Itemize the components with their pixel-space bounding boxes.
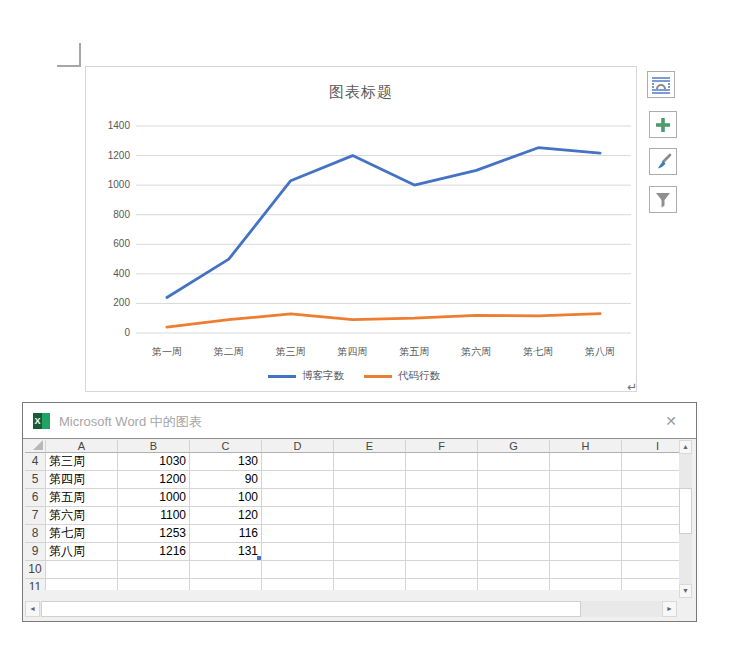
cell-H6[interactable]: [550, 489, 622, 507]
cell-I10[interactable]: [622, 561, 680, 579]
cell-H8[interactable]: [550, 525, 622, 543]
cell-A5[interactable]: 第四周: [46, 471, 118, 489]
cell-D11[interactable]: [262, 579, 334, 590]
cell-B10[interactable]: [118, 561, 190, 579]
cell-D9[interactable]: [262, 543, 334, 561]
cell-F4[interactable]: [406, 453, 478, 471]
cell-B6[interactable]: 1000: [118, 489, 190, 507]
cell-C8[interactable]: 116: [190, 525, 262, 543]
cell-D8[interactable]: [262, 525, 334, 543]
horizontal-scrollbar[interactable]: ◄ ►: [25, 601, 677, 617]
cell-H5[interactable]: [550, 471, 622, 489]
vertical-scrollbar[interactable]: ▲ ▼: [679, 440, 692, 598]
cell-B11[interactable]: [118, 579, 190, 590]
cell-A4[interactable]: 第三周: [46, 453, 118, 471]
scroll-right-button[interactable]: ►: [662, 601, 677, 617]
cell-B9[interactable]: 1216: [118, 543, 190, 561]
cell-F9[interactable]: [406, 543, 478, 561]
row-header-5[interactable]: 5: [25, 471, 46, 489]
cell-A10[interactable]: [46, 561, 118, 579]
cell-E10[interactable]: [334, 561, 406, 579]
cell-H4[interactable]: [550, 453, 622, 471]
cell-F11[interactable]: [406, 579, 478, 590]
cell-C5[interactable]: 90: [190, 471, 262, 489]
vertical-scroll-thumb[interactable]: [679, 488, 692, 534]
close-icon[interactable]: ✕: [660, 411, 682, 431]
row-header-7[interactable]: 7: [25, 507, 46, 525]
column-header-H[interactable]: H: [550, 440, 622, 453]
chart-object[interactable]: 图表标题 1400120010008006004002000 第一周第二周第三周…: [85, 66, 637, 392]
cell-F10[interactable]: [406, 561, 478, 579]
cell-A11[interactable]: [46, 579, 118, 590]
cell-C11[interactable]: [190, 579, 262, 590]
scroll-up-button[interactable]: ▲: [679, 440, 692, 454]
cell-D10[interactable]: [262, 561, 334, 579]
cell-D4[interactable]: [262, 453, 334, 471]
cell-D6[interactable]: [262, 489, 334, 507]
cell-H9[interactable]: [550, 543, 622, 561]
layout-options-button[interactable]: [647, 71, 675, 98]
horizontal-scroll-thumb[interactable]: [41, 601, 581, 617]
cell-F8[interactable]: [406, 525, 478, 543]
cell-E6[interactable]: [334, 489, 406, 507]
cell-G8[interactable]: [478, 525, 550, 543]
cell-C9[interactable]: 131: [190, 543, 262, 561]
column-header-B[interactable]: B: [118, 440, 190, 453]
series-line-2[interactable]: [167, 314, 600, 328]
chart-filter-button[interactable]: [649, 186, 677, 213]
cell-D5[interactable]: [262, 471, 334, 489]
chart-style-button[interactable]: [649, 148, 677, 175]
cell-B7[interactable]: 1100: [118, 507, 190, 525]
cell-B4[interactable]: 1030: [118, 453, 190, 471]
sheet-grid[interactable]: ABCDEFGHI4第三周10301305第四周1200906第五周100010…: [25, 440, 680, 590]
cell-I6[interactable]: [622, 489, 680, 507]
column-header-F[interactable]: F: [406, 440, 478, 453]
column-header-I[interactable]: I: [622, 440, 680, 453]
chart-legend[interactable]: 博客字数 代码行数: [86, 369, 636, 383]
cell-H7[interactable]: [550, 507, 622, 525]
cell-I8[interactable]: [622, 525, 680, 543]
cell-H10[interactable]: [550, 561, 622, 579]
cell-G10[interactable]: [478, 561, 550, 579]
cell-C6[interactable]: 100: [190, 489, 262, 507]
scroll-left-button[interactable]: ◄: [25, 601, 40, 617]
cell-H11[interactable]: [550, 579, 622, 590]
cell-A9[interactable]: 第八周: [46, 543, 118, 561]
cell-G4[interactable]: [478, 453, 550, 471]
cell-B8[interactable]: 1253: [118, 525, 190, 543]
add-chart-element-button[interactable]: [649, 111, 677, 138]
scroll-down-button[interactable]: ▼: [679, 584, 692, 598]
cell-I9[interactable]: [622, 543, 680, 561]
cell-I11[interactable]: [622, 579, 680, 590]
cell-C7[interactable]: 120: [190, 507, 262, 525]
cell-G7[interactable]: [478, 507, 550, 525]
column-header-G[interactable]: G: [478, 440, 550, 453]
cell-E5[interactable]: [334, 471, 406, 489]
row-header-4[interactable]: 4: [25, 453, 46, 471]
cell-F6[interactable]: [406, 489, 478, 507]
cell-A8[interactable]: 第七周: [46, 525, 118, 543]
select-all-corner[interactable]: [25, 440, 46, 453]
cell-F7[interactable]: [406, 507, 478, 525]
cell-I5[interactable]: [622, 471, 680, 489]
row-header-11[interactable]: 11: [25, 579, 46, 590]
cell-A6[interactable]: 第五周: [46, 489, 118, 507]
cell-E7[interactable]: [334, 507, 406, 525]
sheet-titlebar[interactable]: X Microsoft Word 中的图表 ✕: [23, 403, 696, 439]
row-header-8[interactable]: 8: [25, 525, 46, 543]
cell-C10[interactable]: [190, 561, 262, 579]
cell-E11[interactable]: [334, 579, 406, 590]
row-header-9[interactable]: 9: [25, 543, 46, 561]
cell-I4[interactable]: [622, 453, 680, 471]
cell-C4[interactable]: 130: [190, 453, 262, 471]
cell-E4[interactable]: [334, 453, 406, 471]
cell-B5[interactable]: 1200: [118, 471, 190, 489]
cell-G9[interactable]: [478, 543, 550, 561]
row-header-10[interactable]: 10: [25, 561, 46, 579]
cell-E8[interactable]: [334, 525, 406, 543]
cell-G5[interactable]: [478, 471, 550, 489]
column-header-D[interactable]: D: [262, 440, 334, 453]
column-header-E[interactable]: E: [334, 440, 406, 453]
cell-E9[interactable]: [334, 543, 406, 561]
column-header-A[interactable]: A: [46, 440, 118, 453]
